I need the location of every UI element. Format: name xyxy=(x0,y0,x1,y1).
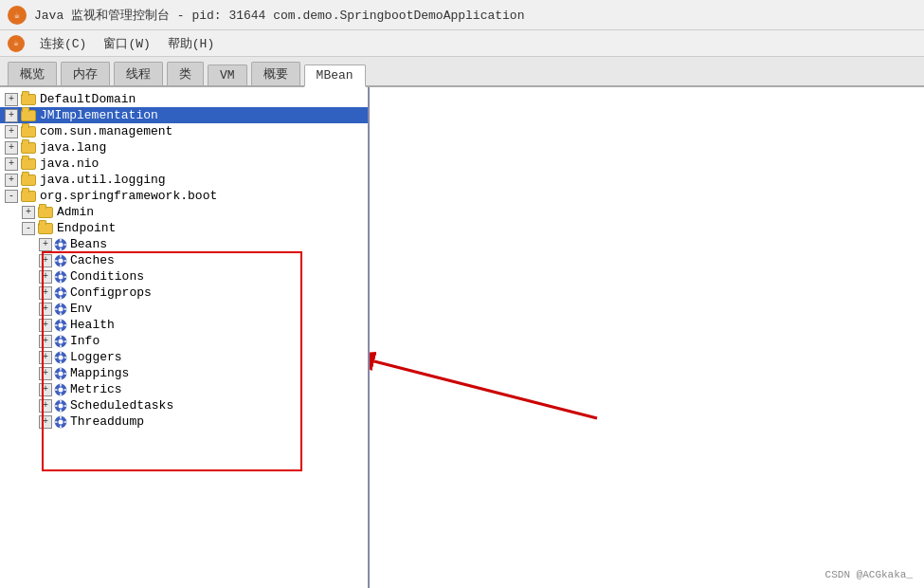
node-label-comSunManagement: com.sun.management xyxy=(38,124,172,138)
svg-rect-47 xyxy=(64,357,67,358)
expand-btn-metrics[interactable]: + xyxy=(39,383,52,396)
tree-node-comSunManagement[interactable]: +com.sun.management xyxy=(0,123,368,139)
tree-node-orgSpringboot[interactable]: -org.springframework.boot xyxy=(0,188,368,204)
svg-rect-64 xyxy=(55,405,58,407)
svg-point-31 xyxy=(59,322,63,327)
folder-icon-javaLang xyxy=(21,142,36,154)
tree-node-caches[interactable]: + Caches xyxy=(0,252,368,268)
gear-icon-beans xyxy=(54,238,67,251)
svg-rect-68 xyxy=(60,416,62,419)
folder-icon-endpoint xyxy=(38,223,53,234)
gear-icon-env xyxy=(54,303,67,316)
node-label-beans: Beans xyxy=(68,237,107,251)
tab-vm[interactable]: VM xyxy=(208,64,247,85)
expand-btn-jmImpl[interactable]: + xyxy=(5,109,18,122)
tree-node-javaNio[interactable]: +java.nio xyxy=(0,156,368,172)
menu-help[interactable]: 帮助(H) xyxy=(160,33,222,54)
tree-node-javaLang[interactable]: +java.lang xyxy=(0,139,368,156)
tree-node-configprops[interactable]: + Configprops xyxy=(0,285,368,301)
svg-point-61 xyxy=(59,403,63,408)
expand-btn-javaUtilLogging[interactable]: + xyxy=(5,174,18,187)
tree-node-jmImpl[interactable]: +JMImplementation xyxy=(0,107,368,123)
folder-icon-javaUtilLogging xyxy=(21,175,36,186)
expand-btn-endpoint[interactable]: - xyxy=(22,222,35,235)
expand-btn-scheduledtasks[interactable]: + xyxy=(39,399,52,413)
tree-node-endpoint[interactable]: -Endpoint xyxy=(0,220,368,236)
svg-rect-46 xyxy=(55,357,58,358)
tab-overview[interactable]: 概览 xyxy=(8,62,57,85)
menu-window[interactable]: 窗口(W) xyxy=(96,33,157,54)
expand-btn-beans[interactable]: + xyxy=(39,238,52,251)
menu-connect[interactable]: 连接(C) xyxy=(32,33,94,54)
gear-icon-health xyxy=(54,319,67,332)
gear-icon-conditions xyxy=(54,270,67,284)
node-label-info: Info xyxy=(68,334,100,348)
node-label-conditions: Conditions xyxy=(68,269,144,284)
tree-node-metrics[interactable]: + Metrics xyxy=(0,381,368,397)
tree-node-info[interactable]: + Info xyxy=(0,333,368,349)
expand-btn-javaNio[interactable]: + xyxy=(5,157,18,171)
expand-btn-conditions[interactable]: + xyxy=(39,270,52,284)
tree-node-defaultDomain[interactable]: +DefaultDomain xyxy=(0,91,368,107)
expand-btn-mappings[interactable]: + xyxy=(39,367,52,380)
folder-icon-defaultDomain xyxy=(21,94,36,105)
node-label-caches: Caches xyxy=(68,253,115,267)
expand-btn-comSunManagement[interactable]: + xyxy=(5,125,18,138)
svg-rect-56 xyxy=(60,384,62,387)
expand-btn-admin[interactable]: + xyxy=(22,206,35,219)
svg-rect-52 xyxy=(55,373,58,375)
svg-rect-27 xyxy=(60,312,62,315)
svg-rect-29 xyxy=(64,308,67,310)
tab-memory[interactable]: 内存 xyxy=(61,62,110,85)
svg-point-43 xyxy=(59,355,63,359)
gear-icon-scheduledtasks xyxy=(54,399,67,413)
gear-icon-threaddump xyxy=(54,415,67,429)
tree-node-admin[interactable]: +Admin xyxy=(0,204,368,220)
menu-bar: ☕ 连接(C) 窗口(W) 帮助(H) xyxy=(0,30,924,57)
svg-rect-57 xyxy=(60,393,62,395)
node-label-health: Health xyxy=(68,318,115,332)
node-label-configprops: Configprops xyxy=(68,285,152,300)
svg-rect-26 xyxy=(60,303,62,306)
tree-node-health[interactable]: + Health xyxy=(0,317,368,333)
tree-node-conditions[interactable]: + Conditions xyxy=(0,268,368,285)
tab-classes[interactable]: 类 xyxy=(167,62,204,85)
annotation-arrow xyxy=(370,87,924,588)
expand-btn-info[interactable]: + xyxy=(39,335,52,348)
tree-node-threaddump[interactable]: + Threaddump xyxy=(0,413,368,430)
expand-btn-configprops[interactable]: + xyxy=(39,286,52,300)
svg-point-49 xyxy=(59,371,63,376)
expand-btn-orgSpringboot[interactable]: - xyxy=(5,190,18,203)
tab-threads[interactable]: 线程 xyxy=(114,62,163,85)
expand-btn-env[interactable]: + xyxy=(39,303,52,316)
node-label-javaUtilLogging: java.util.logging xyxy=(38,173,166,187)
tab-summary[interactable]: 概要 xyxy=(251,62,300,85)
expand-btn-defaultDomain[interactable]: + xyxy=(5,93,18,106)
expand-btn-javaLang[interactable]: + xyxy=(5,141,18,155)
svg-point-37 xyxy=(59,339,63,343)
expand-btn-loggers[interactable]: + xyxy=(39,351,52,364)
tab-mbean[interactable]: MBean xyxy=(304,64,366,87)
node-label-javaNio: java.nio xyxy=(38,156,99,171)
node-label-env: Env xyxy=(68,302,92,316)
tree-node-loggers[interactable]: + Loggers xyxy=(0,349,368,365)
tree-node-scheduledtasks[interactable]: + Scheduledtasks xyxy=(0,397,368,413)
svg-rect-28 xyxy=(55,308,58,310)
right-panel: CSDN @ACGkaka_ xyxy=(370,87,924,588)
tree-node-javaUtilLogging[interactable]: +java.util.logging xyxy=(0,172,368,188)
svg-rect-16 xyxy=(55,276,58,278)
tree-node-mappings[interactable]: + Mappings xyxy=(0,365,368,381)
svg-rect-65 xyxy=(64,405,67,407)
node-label-admin: Admin xyxy=(55,205,94,219)
tree-node-env[interactable]: + Env xyxy=(0,301,368,317)
svg-rect-71 xyxy=(64,421,67,423)
tab-bar: 概览 内存 线程 类 VM 概要 MBean xyxy=(0,57,924,87)
tree-node-beans[interactable]: + Beans xyxy=(0,236,368,252)
svg-rect-4 xyxy=(55,244,58,246)
svg-line-73 xyxy=(374,361,597,418)
expand-btn-health[interactable]: + xyxy=(39,319,52,332)
expand-btn-threaddump[interactable]: + xyxy=(39,415,52,429)
node-label-orgSpringboot: org.springframework.boot xyxy=(38,189,217,203)
expand-btn-caches[interactable]: + xyxy=(39,254,52,267)
node-label-endpoint: Endpoint xyxy=(55,221,116,235)
